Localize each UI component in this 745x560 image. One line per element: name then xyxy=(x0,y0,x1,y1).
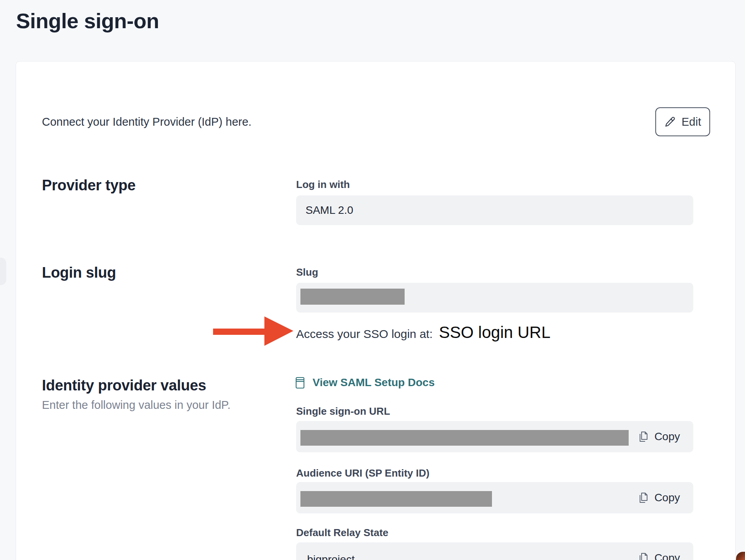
copy-audience-uri-button[interactable]: Copy xyxy=(638,491,680,504)
slug-label: Slug xyxy=(296,266,318,278)
audience-uri-label: Audience URI (SP Entity ID) xyxy=(296,467,429,479)
corner-artifact xyxy=(736,552,745,560)
sso-url-redacted-value xyxy=(300,430,629,446)
provider-type-value: SAML 2.0 xyxy=(306,204,353,217)
provider-type-heading: Provider type xyxy=(42,177,136,194)
sso-access-prefix: Access your SSO login at: xyxy=(296,327,433,341)
copy-icon xyxy=(638,492,648,504)
sso-login-url-annotation: SSO login URL xyxy=(439,323,551,342)
default-relay-state-value: bigproject xyxy=(307,553,354,560)
page-title: Single sign-on xyxy=(16,9,159,33)
docs-icon xyxy=(295,377,305,389)
slug-value-box xyxy=(296,283,693,313)
audience-uri-redacted-value xyxy=(300,491,492,507)
saml-docs-link-label: View SAML Setup Docs xyxy=(313,376,435,389)
slug-redacted-value xyxy=(300,289,405,305)
audience-uri-value-box: Copy xyxy=(296,482,693,513)
idp-values-subheading: Enter the following values in your IdP. xyxy=(42,399,230,412)
provider-type-value-box: SAML 2.0 xyxy=(296,195,693,225)
sso-access-note: Access your SSO login at: SSO login URL xyxy=(296,323,550,342)
copy-button-label: Copy xyxy=(655,552,680,560)
default-relay-state-value-box: bigproject Copy xyxy=(296,542,693,560)
login-slug-heading: Login slug xyxy=(42,264,116,281)
sso-url-label: Single sign-on URL xyxy=(296,405,390,417)
edit-button[interactable]: Edit xyxy=(655,107,710,136)
annotation-arrow xyxy=(213,329,264,335)
copy-button-label: Copy xyxy=(655,491,680,504)
saml-docs-link[interactable]: View SAML Setup Docs xyxy=(295,376,435,389)
intro-text: Connect your Identity Provider (IdP) her… xyxy=(42,116,251,128)
default-relay-state-label: Default Relay State xyxy=(296,527,389,539)
pencil-icon xyxy=(664,116,676,128)
login-with-label: Log in with xyxy=(296,179,350,191)
idp-values-heading: Identity provider values xyxy=(42,377,206,394)
sso-settings-card: Connect your Identity Provider (IdP) her… xyxy=(16,61,736,560)
copy-button-label: Copy xyxy=(655,430,680,443)
copy-icon xyxy=(638,431,648,443)
copy-relay-state-button[interactable]: Copy xyxy=(638,552,680,560)
side-drawer-handle xyxy=(0,258,6,285)
sso-url-value-box: Copy xyxy=(296,421,693,452)
annotation-arrow-head xyxy=(264,316,293,346)
copy-sso-url-button[interactable]: Copy xyxy=(638,430,680,443)
edit-button-label: Edit xyxy=(682,116,701,128)
copy-icon xyxy=(638,552,648,560)
